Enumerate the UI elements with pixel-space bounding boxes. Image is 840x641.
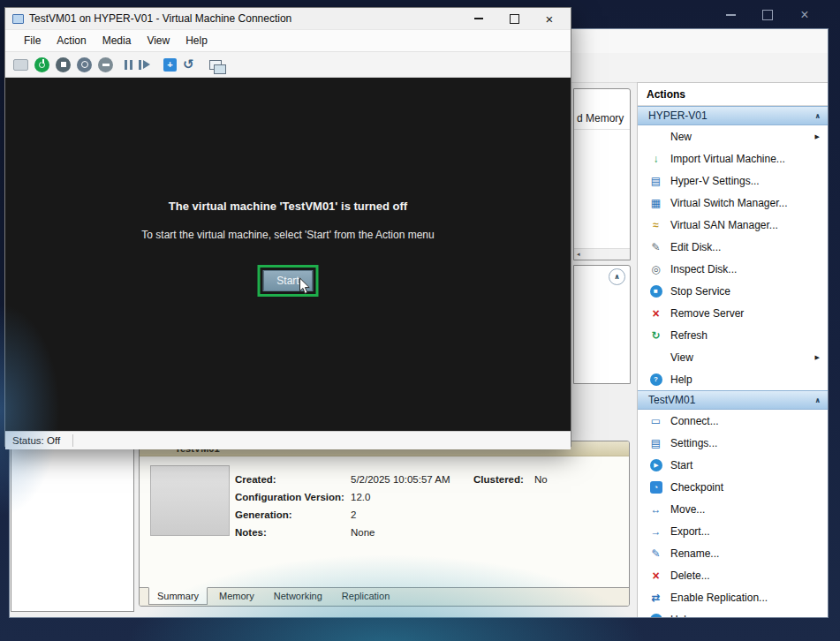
vm-statusbar: Status: Off xyxy=(5,431,571,449)
collapse-chevron-icon: ∧ xyxy=(815,396,821,404)
action-help-vm[interactable]: ? Help xyxy=(638,608,828,617)
tab-networking[interactable]: Networking xyxy=(266,588,330,604)
manager-close-button[interactable]: × xyxy=(786,4,823,26)
hyperv-settings-icon: ▤ xyxy=(648,173,663,188)
stop-icon xyxy=(56,57,71,72)
dual-monitor-icon xyxy=(209,60,222,70)
action-label: Move... xyxy=(670,503,705,516)
action-virtual-san-manager[interactable]: ≈ Virtual SAN Manager... xyxy=(638,214,828,236)
created-value: 5/2/2025 10:05:57 AM xyxy=(351,474,450,488)
checkpoint-icon: ◔ xyxy=(650,481,662,494)
generation-label: Generation: xyxy=(235,509,292,524)
connect-icon: ▭ xyxy=(648,413,663,428)
action-label: Rename... xyxy=(670,547,719,560)
vm-window-titlebar[interactable]: TestVM01 on HYPER-V01 - Virtual Machine … xyxy=(5,8,571,29)
action-export[interactable]: → Export... xyxy=(638,520,828,542)
group-header-label: TestVM01 xyxy=(648,394,695,406)
action-start[interactable]: ▶ Start xyxy=(638,454,828,476)
tab-memory[interactable]: Memory xyxy=(211,588,262,604)
minimize-icon xyxy=(726,14,736,16)
pause-button[interactable] xyxy=(119,56,132,73)
action-label: Import Virtual Machine... xyxy=(670,153,785,165)
assigned-memory-column-header[interactable]: d Memory xyxy=(574,89,630,130)
action-import-virtual-machine[interactable]: ↓ Import Virtual Machine... xyxy=(638,147,828,170)
menu-file[interactable]: File xyxy=(16,34,49,47)
maximize-icon xyxy=(510,14,519,24)
action-label: Help xyxy=(670,373,692,386)
action-refresh[interactable]: ↻ Refresh xyxy=(638,324,828,346)
menu-action[interactable]: Action xyxy=(49,34,94,47)
action-remove-server[interactable]: × Remove Server xyxy=(638,302,828,324)
horizontal-scrollbar[interactable]: ◂ xyxy=(574,248,630,260)
enhanced-session-button[interactable] xyxy=(201,56,225,73)
action-hyperv-settings[interactable]: ▤ Hyper-V Settings... xyxy=(638,170,828,192)
resume-step-button[interactable] xyxy=(139,56,150,73)
blank-icon xyxy=(648,350,663,365)
pane-collapse-button[interactable]: ∧ xyxy=(609,268,625,285)
action-label: Enable Replication... xyxy=(670,592,768,604)
action-move[interactable]: ↔ Move... xyxy=(638,498,828,520)
created-label: Created: xyxy=(235,474,276,488)
action-new[interactable]: New ▶ xyxy=(638,125,828,147)
actions-group-header-testvm01[interactable]: TestVM01 ∧ xyxy=(638,390,828,410)
action-label: Hyper-V Settings... xyxy=(670,175,760,187)
save-icon xyxy=(98,57,113,72)
help-icon: ? xyxy=(650,373,662,386)
action-virtual-switch-manager[interactable]: ▦ Virtual Switch Manager... xyxy=(638,192,828,214)
turn-off-button[interactable] xyxy=(56,56,71,73)
shutdown-icon xyxy=(77,57,92,72)
blank-icon xyxy=(648,129,663,144)
action-vm-settings[interactable]: ▤ Settings... xyxy=(638,432,828,454)
action-delete[interactable]: × Delete... xyxy=(638,564,828,586)
action-edit-disk[interactable]: ✎ Edit Disk... xyxy=(638,236,828,258)
manager-maximize-button[interactable] xyxy=(749,4,786,26)
action-rename[interactable]: ✎ Rename... xyxy=(638,542,828,564)
action-label: Edit Disk... xyxy=(670,241,721,253)
menu-media[interactable]: Media xyxy=(95,34,140,47)
notes-value: None xyxy=(351,527,375,541)
vm-minimize-button[interactable] xyxy=(461,8,496,29)
action-label: Refresh xyxy=(670,329,708,342)
vm-connection-app-icon xyxy=(12,14,24,24)
action-help-server[interactable]: ? Help xyxy=(638,368,828,390)
action-connect[interactable]: ▭ Connect... xyxy=(638,410,828,432)
menu-view[interactable]: View xyxy=(139,34,178,47)
action-label: Export... xyxy=(670,525,710,538)
stop-service-icon: ■ xyxy=(650,285,662,298)
vm-close-button[interactable]: × xyxy=(532,8,567,29)
vm-off-instruction: To start the virtual machine, select 'St… xyxy=(5,229,571,241)
keyboard-icon xyxy=(13,59,28,71)
vm-window-title: TestVM01 on HYPER-V01 - Virtual Machine … xyxy=(29,12,291,25)
actions-group-header-hyperv01[interactable]: HYPER-V01 ∧ xyxy=(638,106,828,125)
action-inspect-disk[interactable]: ◎ Inspect Disk... xyxy=(638,258,828,280)
vm-menubar: File Action Media View Help xyxy=(5,29,571,51)
checkpoints-pane-fragment: ∧ xyxy=(573,265,631,384)
close-icon: × xyxy=(546,11,554,26)
power-on-button[interactable] xyxy=(34,56,49,73)
action-checkpoint[interactable]: ◔ Checkpoint xyxy=(638,476,828,498)
checkpoint-button[interactable]: + xyxy=(156,56,177,73)
menu-help[interactable]: Help xyxy=(178,34,216,47)
action-label: Virtual Switch Manager... xyxy=(670,197,788,209)
clustered-value: No xyxy=(534,474,548,488)
submenu-arrow-icon: ▶ xyxy=(815,133,820,140)
save-state-button[interactable] xyxy=(98,56,113,73)
tab-replication[interactable]: Replication xyxy=(334,588,397,604)
action-view[interactable]: View ▶ xyxy=(638,346,828,368)
start-icon: ▶ xyxy=(650,459,662,471)
virtual-switch-icon: ▦ xyxy=(648,195,663,210)
checkpoint-icon: + xyxy=(163,58,177,72)
vm-maximize-button[interactable] xyxy=(496,8,532,29)
ctrl-alt-del-button[interactable] xyxy=(13,56,28,73)
scroll-left-arrow-icon[interactable]: ◂ xyxy=(577,251,580,258)
step-play-icon xyxy=(139,60,150,70)
revert-button[interactable]: ↺ xyxy=(183,56,194,73)
shut-down-button[interactable] xyxy=(77,56,92,73)
replication-icon: ⇄ xyxy=(648,590,663,605)
action-stop-service[interactable]: ■ Stop Service xyxy=(638,280,828,302)
manager-minimize-button[interactable] xyxy=(712,4,749,26)
tab-summary[interactable]: Summary xyxy=(148,587,208,605)
statusbar-divider xyxy=(72,434,73,447)
action-enable-replication[interactable]: ⇄ Enable Replication... xyxy=(638,586,828,608)
help-icon: ? xyxy=(650,614,662,618)
